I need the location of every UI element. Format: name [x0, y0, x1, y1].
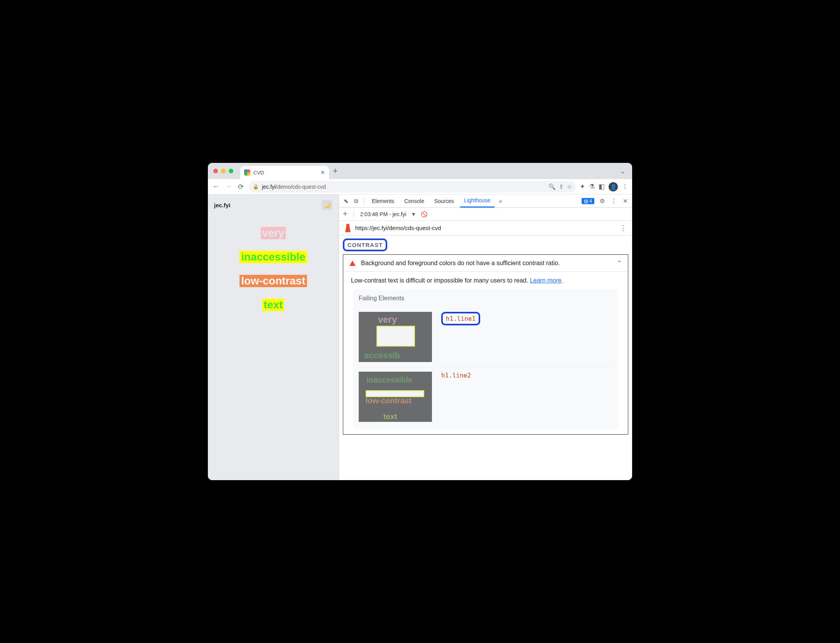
- separator: [354, 210, 354, 218]
- lock-icon: 🔒: [253, 184, 259, 190]
- collapse-icon[interactable]: ⌃: [617, 259, 622, 267]
- profile-avatar[interactable]: 👤: [609, 182, 618, 191]
- report-run-label: 2:03:48 PM - jec.fyi: [360, 211, 407, 217]
- back-button[interactable]: ←: [212, 183, 220, 191]
- close-devtools-button[interactable]: ✕: [621, 198, 629, 205]
- more-tabs-button[interactable]: »: [497, 198, 504, 204]
- element-selector: h1.line1: [441, 312, 480, 325]
- zoom-icon[interactable]: 🔍: [548, 183, 556, 190]
- tab-title: CVD: [253, 170, 317, 176]
- failing-item[interactable]: very accessib h1.line1: [359, 307, 612, 367]
- separator: [364, 197, 364, 205]
- url-domain: jec.fyi: [262, 184, 276, 190]
- thumb-text: inaccessible: [366, 376, 412, 384]
- element-thumbnail: inaccessible low-contrast text: [359, 372, 432, 422]
- audit-title: Background and foreground colors do not …: [361, 260, 560, 267]
- audit-body: Low-contrast text is difficult or imposs…: [343, 272, 628, 434]
- content-area: jec.fyi 🌙 very inaccessible low-contrast…: [208, 195, 632, 480]
- browser-window: CVD ✕ + ⌄ ← → ⟳ 🔒 jec.fyi/demo/cds-quest…: [208, 163, 632, 480]
- failing-item[interactable]: inaccessible low-contrast text h1.line2: [359, 367, 612, 426]
- minimize-window-button[interactable]: [221, 169, 226, 173]
- browser-toolbar: ← → ⟳ 🔒 jec.fyi/demo/cds-quest-cvd 🔍 ⇪ ☆…: [208, 179, 632, 195]
- moon-icon: 🌙: [324, 202, 331, 208]
- messages-count: 4: [589, 198, 592, 204]
- section-label-contrast: CONTRAST: [343, 239, 387, 251]
- new-report-button[interactable]: +: [343, 210, 347, 218]
- side-panel-icon[interactable]: ◧: [599, 183, 605, 191]
- audit-description: Low-contrast text is difficult or imposs…: [351, 277, 530, 284]
- report-menu-button[interactable]: ⋮: [620, 224, 627, 232]
- tab-lighthouse[interactable]: Lighthouse: [460, 195, 494, 208]
- failing-elements: Failing Elements very accessib h1.line1: [353, 289, 618, 429]
- maximize-window-button[interactable]: [229, 169, 233, 173]
- browser-menu-button[interactable]: ⋮: [622, 183, 628, 191]
- tab-bar: CVD ✕ + ⌄: [208, 163, 632, 179]
- report-url: https://jec.fyi/demo/cds-quest-cvd: [355, 225, 441, 231]
- warning-icon: [349, 261, 356, 266]
- page-header: jec.fyi 🌙: [208, 195, 339, 215]
- word-low-contrast: low-contrast: [240, 275, 307, 287]
- labs-icon[interactable]: ⚗: [589, 183, 595, 191]
- thumb-text: text: [383, 412, 397, 421]
- failing-heading: Failing Elements: [359, 295, 612, 302]
- bookmark-icon[interactable]: ☆: [567, 183, 572, 190]
- message-icon: ▤: [584, 198, 588, 204]
- audit-card: Background and foreground colors do not …: [343, 254, 628, 435]
- lighthouse-toolbar: + 2:03:48 PM - jec.fyi ▼ 🚫: [339, 208, 632, 221]
- new-tab-button[interactable]: +: [333, 166, 338, 176]
- window-controls: [213, 169, 233, 173]
- lighthouse-icon: [344, 224, 351, 232]
- favicon-icon: [244, 169, 250, 176]
- highlight-box: [376, 326, 415, 347]
- audit-header[interactable]: Background and foreground colors do not …: [343, 255, 628, 272]
- inspect-icon[interactable]: ⬉: [342, 198, 350, 205]
- lighthouse-body: CONTRAST Background and foreground color…: [339, 235, 632, 438]
- devtools-menu-button[interactable]: ⋮: [610, 198, 617, 205]
- element-selector: h1.line2: [441, 372, 471, 379]
- clear-report-button[interactable]: 🚫: [421, 211, 427, 217]
- browser-tab[interactable]: CVD ✕: [240, 166, 329, 179]
- tab-console[interactable]: Console: [400, 195, 428, 208]
- word-text: text: [262, 299, 285, 311]
- demo-words: very inaccessible low-contrast text: [208, 227, 339, 311]
- messages-badge[interactable]: ▤ 4: [582, 198, 594, 204]
- theme-toggle-button[interactable]: 🌙: [322, 200, 332, 210]
- word-very: very: [261, 227, 286, 239]
- extensions-icon[interactable]: ✦: [580, 183, 585, 191]
- settings-icon[interactable]: ⚙: [598, 198, 606, 205]
- tabs-dropdown-button[interactable]: ⌄: [620, 168, 625, 175]
- device-toggle-icon[interactable]: ⧉: [352, 198, 360, 205]
- thumb-text: accessib: [364, 350, 400, 360]
- close-window-button[interactable]: [213, 169, 218, 173]
- share-icon[interactable]: ⇪: [559, 183, 564, 190]
- learn-more-link[interactable]: Learn more: [530, 277, 562, 284]
- tab-sources[interactable]: Sources: [430, 195, 458, 208]
- report-url-bar: https://jec.fyi/demo/cds-quest-cvd ⋮: [339, 221, 632, 235]
- devtools-panel: ⬉ ⧉ Elements Console Sources Lighthouse …: [339, 195, 632, 480]
- rendered-page: jec.fyi 🌙 very inaccessible low-contrast…: [208, 195, 339, 480]
- devtools-tabs: ⬉ ⧉ Elements Console Sources Lighthouse …: [339, 195, 632, 208]
- forward-button[interactable]: →: [224, 183, 233, 191]
- element-thumbnail: very accessib: [359, 312, 432, 362]
- reload-button[interactable]: ⟳: [236, 183, 245, 191]
- report-dropdown-button[interactable]: ▼: [411, 211, 417, 217]
- site-title: jec.fyi: [214, 202, 231, 208]
- audit-description-end: .: [562, 277, 563, 284]
- address-bar[interactable]: 🔒 jec.fyi/demo/cds-quest-cvd 🔍 ⇪ ☆: [249, 181, 576, 193]
- url-path: /demo/cds-quest-cvd: [276, 184, 326, 190]
- close-tab-button[interactable]: ✕: [320, 169, 325, 176]
- thumb-text: very: [378, 314, 397, 325]
- tab-elements[interactable]: Elements: [368, 195, 398, 208]
- word-inaccessible: inaccessible: [240, 251, 307, 263]
